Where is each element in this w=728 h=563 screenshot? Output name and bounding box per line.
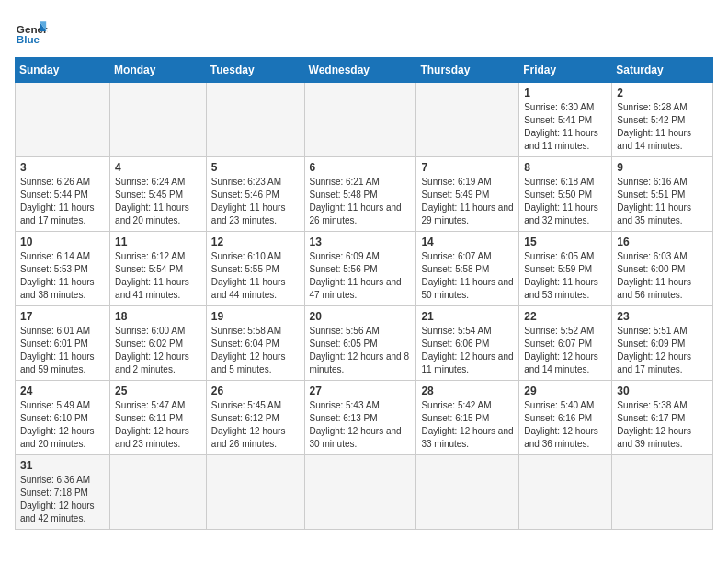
day-number: 10 bbox=[20, 236, 105, 248]
day-info: Sunrise: 6:18 AM Sunset: 5:50 PM Dayligh… bbox=[524, 176, 607, 227]
svg-text:Blue: Blue bbox=[17, 33, 40, 45]
day-info: Sunrise: 6:36 AM Sunset: 7:18 PM Dayligh… bbox=[20, 474, 105, 525]
calendar-cell: 26Sunrise: 5:45 AM Sunset: 6:12 PM Dayli… bbox=[206, 381, 304, 455]
day-info: Sunrise: 5:56 AM Sunset: 6:05 PM Dayligh… bbox=[310, 325, 412, 376]
day-info: Sunrise: 5:54 AM Sunset: 6:06 PM Dayligh… bbox=[421, 325, 514, 376]
day-number: 29 bbox=[524, 385, 607, 397]
day-info: Sunrise: 6:10 AM Sunset: 5:55 PM Dayligh… bbox=[211, 250, 300, 302]
calendar-week-1: 1Sunrise: 6:30 AM Sunset: 5:41 PM Daylig… bbox=[16, 83, 713, 157]
calendar-cell: 23Sunrise: 5:51 AM Sunset: 6:09 PM Dayli… bbox=[612, 306, 713, 381]
day-number: 16 bbox=[617, 236, 708, 248]
calendar-cell bbox=[16, 83, 110, 157]
day-number: 22 bbox=[524, 310, 607, 323]
calendar-cell bbox=[110, 455, 207, 530]
calendar-cell: 15Sunrise: 6:05 AM Sunset: 5:59 PM Dayli… bbox=[519, 232, 612, 306]
day-number: 31 bbox=[20, 459, 105, 472]
calendar-cell: 14Sunrise: 6:07 AM Sunset: 5:58 PM Dayli… bbox=[416, 232, 519, 306]
day-number: 18 bbox=[115, 310, 201, 323]
day-number: 14 bbox=[421, 236, 514, 248]
calendar-table: SundayMondayTuesdayWednesdayThursdayFrid… bbox=[15, 57, 713, 530]
calendar-cell bbox=[416, 83, 519, 157]
day-header-wednesday: Wednesday bbox=[304, 58, 416, 83]
calendar-cell: 30Sunrise: 5:38 AM Sunset: 6:17 PM Dayli… bbox=[612, 381, 713, 455]
day-number: 12 bbox=[211, 236, 300, 248]
day-info: Sunrise: 5:43 AM Sunset: 6:13 PM Dayligh… bbox=[310, 399, 412, 451]
day-number: 15 bbox=[524, 236, 607, 248]
day-number: 4 bbox=[115, 161, 201, 174]
day-header-sunday: Sunday bbox=[16, 58, 110, 83]
calendar-cell: 5Sunrise: 6:23 AM Sunset: 5:46 PM Daylig… bbox=[206, 157, 304, 232]
calendar-cell: 4Sunrise: 6:24 AM Sunset: 5:45 PM Daylig… bbox=[110, 157, 207, 232]
day-info: Sunrise: 6:03 AM Sunset: 6:00 PM Dayligh… bbox=[617, 250, 708, 302]
calendar-cell bbox=[110, 83, 207, 157]
day-info: Sunrise: 5:40 AM Sunset: 6:16 PM Dayligh… bbox=[524, 399, 607, 451]
calendar-cell: 13Sunrise: 6:09 AM Sunset: 5:56 PM Dayli… bbox=[304, 232, 416, 306]
day-number: 1 bbox=[524, 86, 607, 99]
day-header-thursday: Thursday bbox=[416, 58, 519, 83]
day-number: 7 bbox=[421, 161, 514, 174]
day-info: Sunrise: 6:07 AM Sunset: 5:58 PM Dayligh… bbox=[421, 250, 514, 302]
calendar-week-6: 31Sunrise: 6:36 AM Sunset: 7:18 PM Dayli… bbox=[16, 455, 713, 530]
calendar-cell: 8Sunrise: 6:18 AM Sunset: 5:50 PM Daylig… bbox=[519, 157, 612, 232]
day-header-monday: Monday bbox=[110, 58, 207, 83]
calendar-cell: 22Sunrise: 5:52 AM Sunset: 6:07 PM Dayli… bbox=[519, 306, 612, 381]
day-info: Sunrise: 6:21 AM Sunset: 5:48 PM Dayligh… bbox=[310, 176, 412, 227]
day-info: Sunrise: 6:23 AM Sunset: 5:46 PM Dayligh… bbox=[211, 176, 300, 227]
calendar-week-5: 24Sunrise: 5:49 AM Sunset: 6:10 PM Dayli… bbox=[16, 381, 713, 455]
day-number: 2 bbox=[617, 86, 708, 99]
day-number: 25 bbox=[115, 385, 201, 397]
calendar-cell: 3Sunrise: 6:26 AM Sunset: 5:44 PM Daylig… bbox=[16, 157, 110, 232]
day-number: 8 bbox=[524, 161, 607, 174]
day-info: Sunrise: 6:12 AM Sunset: 5:54 PM Dayligh… bbox=[115, 250, 201, 302]
day-info: Sunrise: 5:38 AM Sunset: 6:17 PM Dayligh… bbox=[617, 399, 708, 451]
calendar-cell: 25Sunrise: 5:47 AM Sunset: 6:11 PM Dayli… bbox=[110, 381, 207, 455]
calendar-cell: 18Sunrise: 6:00 AM Sunset: 6:02 PM Dayli… bbox=[110, 306, 207, 381]
day-header-saturday: Saturday bbox=[612, 58, 713, 83]
calendar-cell: 27Sunrise: 5:43 AM Sunset: 6:13 PM Dayli… bbox=[304, 381, 416, 455]
day-info: Sunrise: 6:01 AM Sunset: 6:01 PM Dayligh… bbox=[20, 325, 105, 376]
day-number: 23 bbox=[617, 310, 708, 323]
calendar-cell: 1Sunrise: 6:30 AM Sunset: 5:41 PM Daylig… bbox=[519, 83, 612, 157]
calendar-cell: 24Sunrise: 5:49 AM Sunset: 6:10 PM Dayli… bbox=[16, 381, 110, 455]
calendar-week-2: 3Sunrise: 6:26 AM Sunset: 5:44 PM Daylig… bbox=[16, 157, 713, 232]
calendar-cell: 19Sunrise: 5:58 AM Sunset: 6:04 PM Dayli… bbox=[206, 306, 304, 381]
calendar-week-4: 17Sunrise: 6:01 AM Sunset: 6:01 PM Dayli… bbox=[16, 306, 713, 381]
day-number: 26 bbox=[211, 385, 300, 397]
calendar-cell: 11Sunrise: 6:12 AM Sunset: 5:54 PM Dayli… bbox=[110, 232, 207, 306]
day-info: Sunrise: 6:14 AM Sunset: 5:53 PM Dayligh… bbox=[20, 250, 105, 302]
day-number: 28 bbox=[421, 385, 514, 397]
calendar-cell: 20Sunrise: 5:56 AM Sunset: 6:05 PM Dayli… bbox=[304, 306, 416, 381]
calendar-header-row: SundayMondayTuesdayWednesdayThursdayFrid… bbox=[16, 58, 713, 83]
day-info: Sunrise: 5:45 AM Sunset: 6:12 PM Dayligh… bbox=[211, 399, 300, 451]
day-number: 21 bbox=[421, 310, 514, 323]
day-number: 6 bbox=[310, 161, 412, 174]
calendar-cell: 12Sunrise: 6:10 AM Sunset: 5:55 PM Dayli… bbox=[206, 232, 304, 306]
day-info: Sunrise: 6:24 AM Sunset: 5:45 PM Dayligh… bbox=[115, 176, 201, 227]
day-info: Sunrise: 5:58 AM Sunset: 6:04 PM Dayligh… bbox=[211, 325, 300, 376]
calendar-cell: 21Sunrise: 5:54 AM Sunset: 6:06 PM Dayli… bbox=[416, 306, 519, 381]
calendar-cell bbox=[612, 455, 713, 530]
header: General Blue bbox=[15, 15, 713, 48]
day-info: Sunrise: 6:26 AM Sunset: 5:44 PM Dayligh… bbox=[20, 176, 105, 227]
calendar-cell: 9Sunrise: 6:16 AM Sunset: 5:51 PM Daylig… bbox=[612, 157, 713, 232]
calendar-cell bbox=[304, 455, 416, 530]
calendar-cell: 17Sunrise: 6:01 AM Sunset: 6:01 PM Dayli… bbox=[16, 306, 110, 381]
day-number: 5 bbox=[211, 161, 300, 174]
day-number: 19 bbox=[211, 310, 300, 323]
day-info: Sunrise: 6:00 AM Sunset: 6:02 PM Dayligh… bbox=[115, 325, 201, 376]
day-info: Sunrise: 5:51 AM Sunset: 6:09 PM Dayligh… bbox=[617, 325, 708, 376]
day-number: 3 bbox=[20, 161, 105, 174]
calendar-cell bbox=[416, 455, 519, 530]
calendar-cell: 31Sunrise: 6:36 AM Sunset: 7:18 PM Dayli… bbox=[16, 455, 110, 530]
day-info: Sunrise: 6:19 AM Sunset: 5:49 PM Dayligh… bbox=[421, 176, 514, 227]
day-info: Sunrise: 5:52 AM Sunset: 6:07 PM Dayligh… bbox=[524, 325, 607, 376]
day-number: 9 bbox=[617, 161, 708, 174]
day-number: 20 bbox=[310, 310, 412, 323]
calendar-cell bbox=[206, 455, 304, 530]
calendar-cell: 6Sunrise: 6:21 AM Sunset: 5:48 PM Daylig… bbox=[304, 157, 416, 232]
day-info: Sunrise: 5:42 AM Sunset: 6:15 PM Dayligh… bbox=[421, 399, 514, 451]
calendar-cell: 28Sunrise: 5:42 AM Sunset: 6:15 PM Dayli… bbox=[416, 381, 519, 455]
day-header-friday: Friday bbox=[519, 58, 612, 83]
day-info: Sunrise: 5:49 AM Sunset: 6:10 PM Dayligh… bbox=[20, 399, 105, 451]
day-header-tuesday: Tuesday bbox=[206, 58, 304, 83]
